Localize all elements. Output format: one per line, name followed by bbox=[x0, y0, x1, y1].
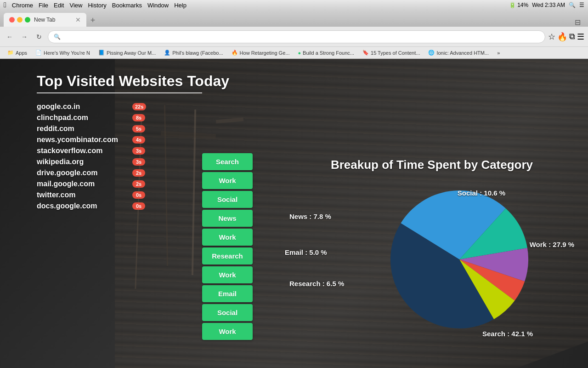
chart-container: Breakup of Time Spent by Category bbox=[285, 158, 579, 338]
chart-label-work: Work : 27.9 % bbox=[530, 241, 574, 248]
address-search-icon: 🔍 bbox=[54, 34, 61, 40]
site-name-7: mail.google.com bbox=[37, 180, 129, 188]
category-work-3-button[interactable]: Work bbox=[202, 266, 253, 283]
menu-bookmarks[interactable]: Bookmarks bbox=[112, 2, 142, 9]
category-search-button[interactable]: Search bbox=[202, 153, 253, 170]
menu-icon[interactable]: ☰ bbox=[577, 32, 584, 42]
forward-button[interactable]: → bbox=[18, 31, 30, 43]
menu-history[interactable]: History bbox=[88, 2, 106, 9]
pie-chart bbox=[390, 190, 528, 328]
time-badge-8: 0s bbox=[132, 191, 145, 199]
traffic-lights bbox=[9, 17, 30, 23]
bookmark-4[interactable]: 🔥 How Retargeting Ge... bbox=[228, 48, 294, 58]
chart-label-email: Email : 5.0 % bbox=[285, 248, 327, 256]
time-badge-9: 0s bbox=[132, 202, 145, 210]
category-email-button[interactable]: Email bbox=[202, 285, 253, 302]
tab-close-icon[interactable]: ✕ bbox=[75, 16, 81, 23]
bookmark-3-icon: 👤 bbox=[164, 50, 170, 56]
table-row: google.co.in 22s bbox=[37, 103, 588, 111]
site-name-4: stackoverflow.com bbox=[37, 147, 129, 155]
site-name-0: google.co.in bbox=[37, 103, 129, 111]
time-badge-4: 3s bbox=[132, 147, 145, 155]
site-name-5: wikipedia.org bbox=[37, 158, 129, 166]
time-badge-1: 8s bbox=[132, 114, 145, 121]
site-name-2: reddit.com bbox=[37, 125, 129, 133]
table-row: news.ycombinator.com 4s bbox=[37, 136, 588, 144]
chrome-toolbar: ← → ↻ 🔍 ☆ 🔥 ⧉ ☰ bbox=[0, 27, 588, 47]
time-badge-7: 2s bbox=[132, 180, 145, 188]
bookmark-2[interactable]: 📘 Pissing Away Our M... bbox=[95, 48, 159, 58]
site-name-8: twitter.com bbox=[37, 191, 129, 199]
bookmark-4-icon: 🔥 bbox=[232, 50, 238, 56]
category-social-2-button[interactable]: Social bbox=[202, 304, 253, 321]
more-icon: » bbox=[497, 50, 500, 56]
refresh-button[interactable]: ↻ bbox=[33, 31, 45, 43]
layers-icon[interactable]: ⧉ bbox=[569, 32, 575, 41]
tab-title: New Tab bbox=[34, 17, 72, 23]
bookmark-5[interactable]: ● Build a Strong Founc... bbox=[294, 48, 358, 58]
chart-label-news: News : 7.8 % bbox=[289, 213, 331, 220]
menu-chrome[interactable]: Chrome bbox=[12, 2, 33, 9]
category-social-1-button[interactable]: Social bbox=[202, 191, 253, 208]
category-work-1-button[interactable]: Work bbox=[202, 172, 253, 189]
chart-label-search: Search : 42.1 % bbox=[482, 330, 533, 338]
new-tab-button[interactable]: + bbox=[86, 14, 99, 27]
category-work-2-button[interactable]: Work bbox=[202, 229, 253, 246]
menu-time: Wed 2:33 AM bbox=[532, 2, 565, 8]
pie-wrapper: Work : 27.9 % Social : 10.6 % News : 7.8… bbox=[285, 181, 579, 338]
apple-menu[interactable]:  bbox=[4, 1, 6, 9]
bookmark-apps-label: Apps bbox=[16, 50, 27, 56]
site-name-6: drive.google.com bbox=[37, 169, 129, 177]
bookmark-star-icon[interactable]: ☆ bbox=[548, 32, 555, 42]
bookmark-1[interactable]: 📄 Here's Why You're N bbox=[32, 48, 94, 58]
page-title: Top Visited Websites Today bbox=[37, 73, 588, 90]
menu-search-icon[interactable]: 🔍 bbox=[569, 2, 576, 8]
chart-title: Breakup of Time Spent by Category bbox=[285, 158, 579, 172]
time-badge-5: 3s bbox=[132, 158, 145, 166]
mac-menu-bar:  Chrome File Edit View History Bookmark… bbox=[0, 0, 588, 10]
bookmark-1-label: Here's Why You're N bbox=[44, 50, 90, 56]
table-row: clinchpad.com 8s bbox=[37, 114, 588, 122]
menu-file[interactable]: File bbox=[39, 2, 48, 9]
menu-list-icon[interactable]: ☰ bbox=[579, 2, 584, 8]
menu-help[interactable]: Help bbox=[174, 2, 187, 9]
window-minimize-icon[interactable]: ⊟ bbox=[575, 18, 581, 27]
bookmark-7[interactable]: 🌐 Ionic: Advanced HTM... bbox=[424, 48, 492, 58]
site-name-9: docs.google.com bbox=[37, 202, 129, 210]
flame-icon[interactable]: 🔥 bbox=[557, 32, 567, 42]
category-research-button[interactable]: Research bbox=[202, 247, 253, 264]
title-underline bbox=[37, 92, 202, 93]
table-row: stackoverflow.com 3s bbox=[37, 147, 588, 155]
chart-label-research: Research : 6.5 % bbox=[289, 280, 344, 288]
bookmark-6[interactable]: 🔖 15 Types of Content... bbox=[359, 48, 424, 58]
menu-edit[interactable]: Edit bbox=[54, 2, 64, 9]
bookmark-more[interactable]: » bbox=[493, 48, 503, 58]
category-work-4-button[interactable]: Work bbox=[202, 323, 253, 340]
toolbar-icons: ☆ 🔥 ⧉ ☰ bbox=[548, 32, 584, 42]
menu-battery: 🔋 14% bbox=[509, 2, 528, 8]
address-bar[interactable]: 🔍 bbox=[48, 30, 545, 43]
bookmark-2-label: Pissing Away Our M... bbox=[107, 50, 156, 56]
back-button[interactable]: ← bbox=[4, 31, 16, 43]
active-tab[interactable]: New Tab ✕ bbox=[4, 13, 86, 27]
bookmark-5-label: Build a Strong Founc... bbox=[303, 50, 354, 56]
minimize-button[interactable] bbox=[17, 17, 23, 23]
close-button[interactable] bbox=[9, 17, 15, 23]
category-buttons: Search Work Social News Work Research Wo… bbox=[202, 153, 253, 340]
bookmark-7-icon: 🌐 bbox=[428, 50, 435, 56]
bookmark-5-icon: ● bbox=[298, 50, 301, 56]
time-badge-3: 4s bbox=[132, 136, 145, 144]
bookmark-6-icon: 🔖 bbox=[362, 50, 369, 56]
bookmark-apps[interactable]: 📁 Apps bbox=[4, 48, 31, 58]
bookmark-6-label: 15 Types of Content... bbox=[371, 50, 420, 56]
bookmark-3[interactable]: 👤 Phil's blawg (Facebo... bbox=[160, 48, 226, 58]
bookmark-2-icon: 📘 bbox=[98, 50, 105, 56]
site-name-1: clinchpad.com bbox=[37, 114, 129, 122]
bookmark-4-label: How Retargeting Ge... bbox=[240, 50, 290, 56]
chart-label-social: Social : 10.6 % bbox=[458, 189, 505, 197]
maximize-button[interactable] bbox=[25, 17, 30, 23]
category-news-button[interactable]: News bbox=[202, 210, 253, 227]
menu-window[interactable]: Window bbox=[147, 2, 169, 9]
time-badge-2: 5s bbox=[132, 125, 145, 132]
menu-view[interactable]: View bbox=[69, 2, 82, 9]
